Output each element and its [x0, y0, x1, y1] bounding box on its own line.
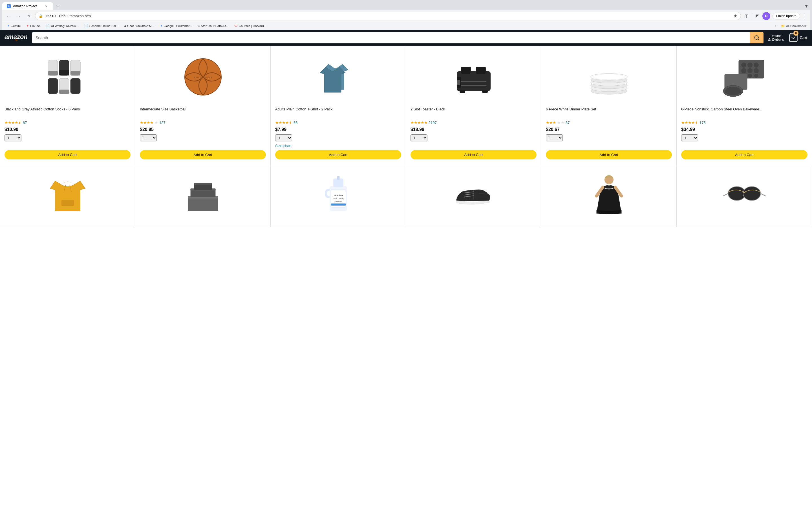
product-card-sunglasses	[677, 165, 812, 227]
product-image-container-toaster	[410, 52, 537, 102]
review-count-basketball[interactable]: 127	[159, 121, 165, 125]
cast-button[interactable]: ◤	[755, 12, 760, 20]
add-to-cart-button-toaster[interactable]: Add to Cart	[410, 150, 537, 159]
search-button[interactable]	[750, 32, 763, 43]
new-tab-button[interactable]: +	[54, 2, 62, 10]
product-card-towels	[135, 165, 271, 227]
bookmark-blackbox[interactable]: ● Chat Blackbox: Al...	[122, 23, 156, 29]
product-image-hoodie	[45, 171, 90, 216]
product-price-tshirt: $7.99	[275, 127, 401, 132]
product-title-socks: Black and Gray Athletic Cotton Socks - 6…	[4, 107, 131, 118]
svg-rect-62	[331, 204, 346, 206]
product-image-plates	[587, 54, 631, 100]
svg-point-38	[748, 68, 753, 73]
url-input[interactable]: 127.0.0.1:5500/amazon.html	[45, 14, 731, 18]
finish-update-button[interactable]: Finish update	[772, 13, 800, 19]
product-card-shoes	[406, 165, 541, 227]
quantity-select-basketball[interactable]: 123	[140, 134, 157, 142]
cart-button[interactable]: 6 Cart	[788, 33, 808, 43]
product-price-basketball: $20.95	[140, 127, 266, 132]
add-to-cart-button-tshirt[interactable]: Add to Cart	[275, 150, 401, 159]
product-card-socks: Black and Gray Athletic Cotton Socks - 6…	[0, 46, 135, 165]
profile-button[interactable]: R	[762, 12, 770, 20]
product-image-tshirt	[316, 54, 361, 100]
svg-point-45	[725, 87, 741, 95]
product-image-toaster	[451, 54, 496, 100]
add-to-cart-button-bakeware[interactable]: Add to Cart	[681, 150, 808, 159]
bookmark-claude[interactable]: ✦ Claude	[24, 23, 42, 29]
quantity-select-socks[interactable]: 123	[4, 134, 21, 142]
product-price-socks: $10.90	[4, 127, 131, 132]
svg-rect-57	[337, 176, 340, 180]
quantity-select-plates[interactable]: 123	[546, 134, 563, 142]
add-to-cart-button-plates[interactable]: Add to Cart	[546, 150, 672, 159]
returns-orders-link[interactable]: Returns & Orders	[768, 34, 784, 42]
product-image-container-bakeware	[681, 52, 808, 102]
quantity-select-toaster[interactable]: 123	[410, 134, 427, 142]
more-bookmarks-button[interactable]: »	[773, 23, 778, 29]
returns-text: Returns	[768, 34, 784, 38]
divider	[752, 13, 752, 19]
amazon-header: amazon ↬ Returns & Orders 6 Car	[0, 30, 812, 46]
size-chart-link[interactable]: Size chart	[275, 144, 401, 148]
menu-button[interactable]: ⋮	[802, 13, 808, 19]
svg-text:Detergent: Detergent	[335, 200, 342, 202]
stars-container-toaster: ★★★★★ 2197	[410, 120, 537, 125]
bookmark-harvard[interactable]: 🛡 Courses | Harvard...	[232, 23, 269, 29]
review-count-toaster[interactable]: 2197	[428, 121, 437, 125]
bookmark-ai-writing[interactable]: 📄 AI Writing: AI-Pow...	[43, 23, 81, 29]
svg-point-35	[748, 62, 753, 68]
back-button[interactable]: ←	[4, 12, 12, 20]
bookmark-gemini-label: Gemini	[11, 24, 20, 27]
review-count-tshirt[interactable]: 56	[294, 121, 297, 125]
product-price-plates: $20.67	[546, 127, 672, 132]
product-image-container-basketball: amazonbasics	[140, 52, 266, 102]
review-count-socks[interactable]: 87	[23, 121, 27, 125]
quantity-select-tshirt[interactable]: 123	[275, 134, 292, 142]
svg-rect-4	[48, 71, 58, 75]
gemini-icon: ✦	[7, 24, 10, 28]
active-tab[interactable]: A Amazon Project ✕	[2, 2, 53, 10]
bookmark-scheme[interactable]: 📄 Scheme Online Edi...	[82, 23, 121, 29]
all-bookmarks-button[interactable]: 📁 All Bookmarks	[779, 23, 808, 29]
quantity-select-bakeware[interactable]: 123	[681, 134, 698, 142]
tab-close-button[interactable]: ✕	[44, 4, 49, 8]
stars-basketball: ★★★★	[140, 120, 153, 125]
bookmark-start-path[interactable]: ≡ Start Your Path As...	[195, 23, 231, 29]
amazon-logo[interactable]: amazon ↬	[4, 34, 28, 42]
forward-button[interactable]: →	[15, 12, 22, 20]
bookmark-start-path-label: Start Your Path As...	[201, 24, 229, 27]
svg-rect-20	[457, 80, 460, 86]
bookmark-ai-writing-label: AI Writing: AI-Pow...	[51, 24, 79, 27]
review-count-bakeware[interactable]: 175	[700, 121, 706, 125]
product-image-sunglasses	[722, 171, 767, 216]
extensions-button[interactable]: ◫	[743, 12, 750, 20]
bookmark-harvard-label: Courses | Harvard...	[239, 24, 266, 27]
google-it-icon: ✦	[160, 24, 163, 28]
harvard-icon: 🛡	[234, 24, 238, 28]
refresh-button[interactable]: ↻	[25, 12, 33, 20]
bookmark-gemini[interactable]: ✦ Gemini	[4, 23, 23, 29]
svg-rect-23	[461, 81, 486, 82]
add-to-cart-button-socks[interactable]: Add to Cart	[4, 150, 131, 159]
cart-icon-container: 6	[788, 33, 799, 43]
svg-rect-9	[48, 78, 58, 94]
minimize-button[interactable]: ▼	[803, 3, 810, 10]
product-card-dress	[541, 165, 677, 227]
search-input[interactable]	[32, 32, 750, 43]
bookmark-google-it[interactable]: ✦ Google IT Automat...	[158, 23, 195, 29]
svg-rect-56	[333, 179, 343, 187]
product-card-toaster: 2 Slot Toaster - Black ★★★★★ 2197 $18.99…	[406, 46, 541, 165]
svg-rect-46	[61, 200, 73, 206]
add-to-cart-button-basketball[interactable]: Add to Cart	[140, 150, 266, 159]
product-image-container-plates	[546, 52, 672, 102]
svg-rect-21	[460, 91, 465, 93]
bookmark-google-it-label: Google IT Automat...	[164, 24, 192, 27]
stars-container-socks: ★★★★⯨ 87	[4, 120, 131, 125]
bookmark-star-button[interactable]: ★	[733, 13, 737, 18]
product-image-towels	[181, 171, 225, 216]
tab-favicon: A	[7, 4, 11, 8]
tab-title: Amazon Project	[13, 4, 42, 8]
review-count-plates[interactable]: 37	[566, 121, 569, 125]
product-card-tshirt: Adults Plain Cotton T-Shirt - 2 Pack ★★★…	[271, 46, 406, 165]
